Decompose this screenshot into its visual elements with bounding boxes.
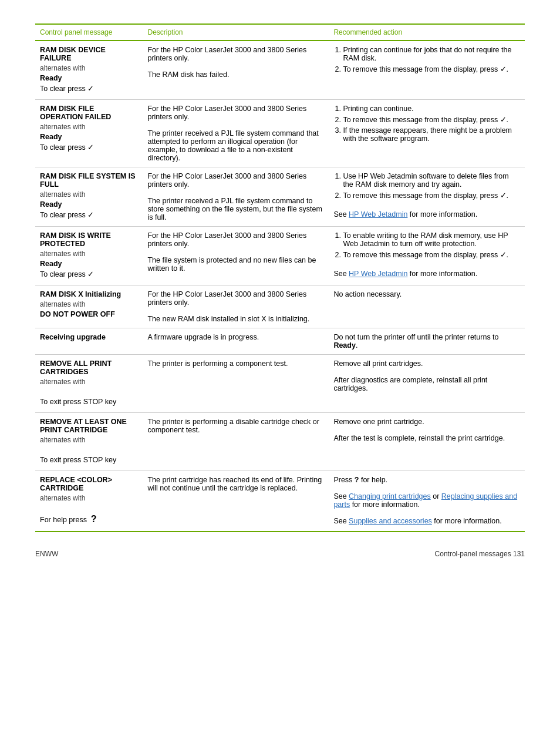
message-title: REMOVE AT LEAST ONE PRINT CARTRIDGE — [40, 418, 138, 434]
action-text: Remove one print cartridge. — [333, 418, 520, 426]
clear-press-label: To clear press ✓ — [40, 210, 138, 219]
clear-press-label: To clear press ✓ — [40, 84, 138, 93]
alternates-label: alternates with — [40, 250, 138, 258]
action-item: If the message reappears, there might be… — [343, 126, 520, 143]
hp-web-jetadmin-link2[interactable]: HP Web Jetadmin — [349, 270, 407, 278]
action-item: To remove this message from the display,… — [343, 191, 520, 200]
description: For the HP Color LaserJet 3000 and 3800 … — [147, 105, 324, 121]
description-detail: The file system is protected and no new … — [147, 256, 324, 273]
ready-label: Ready — [40, 74, 138, 82]
header-col1: Control panel message — [35, 24, 143, 41]
action-item: To remove this message from the display,… — [343, 250, 520, 259]
alternates-label: alternates with — [40, 190, 138, 199]
message-title: RAM DISK FILE SYSTEM IS FULL — [40, 172, 138, 189]
action-text: Do not turn the printer off until the pr… — [333, 333, 520, 350]
supplies-accessories-link[interactable]: Supplies and accessories — [349, 517, 432, 525]
message-title: REMOVE ALL PRINT CARTRIDGES — [40, 359, 138, 376]
action-item: Printing can continue. — [343, 105, 520, 113]
action-text3: See Supplies and accessories for more in… — [333, 517, 520, 525]
description-detail: The printer received a PJL file system c… — [147, 129, 324, 162]
description: A firmware upgrade is in progress. — [147, 333, 324, 341]
description-detail: The printer received a PJL file system c… — [147, 197, 324, 221]
action-item: Use HP Web Jetadmin software to delete f… — [343, 172, 520, 189]
alternates-label: alternates with — [40, 436, 138, 444]
changing-print-cartridges-link[interactable]: Changing print cartridges — [349, 492, 431, 500]
ready-label: Ready — [40, 260, 138, 268]
alternates-label: alternates with — [40, 64, 138, 72]
message-title: RAM DISK FILE OPERATION FAILED — [40, 105, 138, 121]
table-row: RAM DISK FILE SYSTEM IS FULL alternates … — [35, 167, 525, 227]
description-detail: The RAM disk has failed. — [147, 70, 324, 79]
clear-press-label: To exit press STOP key — [40, 456, 138, 464]
action-item: To remove this message from the display,… — [343, 115, 520, 124]
clear-press-label: To exit press STOP key — [40, 398, 138, 406]
action-text2: After diagnostics are complete, reinstal… — [333, 376, 520, 392]
footer-right: Control-panel messages 131 — [435, 550, 525, 558]
message-title: RAM DISK IS WRITE PROTECTED — [40, 231, 138, 248]
description: The printer is performing a disable cart… — [147, 418, 324, 434]
header-col3: Recommended action — [329, 24, 525, 41]
table-row: Receiving upgrade A firmware upgrade is … — [35, 328, 525, 355]
message-title: Receiving upgrade — [40, 333, 138, 341]
hp-web-jetadmin-link[interactable]: HP Web Jetadmin — [349, 210, 407, 219]
ready-label: Ready — [40, 133, 138, 141]
alternates-label: alternates with — [40, 378, 138, 386]
action-text2: After the test is complete, reinstall th… — [333, 434, 520, 442]
footer-left: ENWW — [35, 550, 58, 558]
for-help-label: For help press ? — [40, 514, 138, 525]
action-item: Printing can continue for jobs that do n… — [343, 46, 520, 62]
clear-press-label: To clear press ✓ — [40, 143, 138, 152]
extra-info: See HP Web Jetadmin for more information… — [333, 210, 520, 219]
action-text2: See Changing print cartridges or Replaci… — [333, 492, 520, 509]
action-text: Remove all print cartridges. — [333, 359, 520, 368]
extra-info: See HP Web Jetadmin for more information… — [333, 270, 520, 278]
alternates-label: alternates with — [40, 494, 138, 502]
sub-message: DO NOT POWER OFF — [40, 310, 138, 318]
table-row: REMOVE ALL PRINT CARTRIDGES alternates w… — [35, 355, 525, 413]
table-row: RAM DISK FILE OPERATION FAILED alternate… — [35, 100, 525, 167]
clear-press-label: To clear press ✓ — [40, 270, 138, 278]
question-mark-icon: ? — [91, 514, 97, 524]
table-row: RAM DISK X Initializing alternates with … — [35, 285, 525, 328]
ready-label: Ready — [40, 200, 138, 209]
action-text: No action necessary. — [333, 290, 520, 298]
message-title: RAM DISK DEVICE FAILURE — [40, 46, 138, 62]
message-title: REPLACE <COLOR> CARTRIDGE — [40, 476, 138, 492]
description: The print cartridge has reached its end … — [147, 476, 324, 492]
description: For the HP Color LaserJet 3000 and 3800 … — [147, 172, 324, 189]
header-col2: Description — [143, 24, 329, 41]
action-item: To remove this message from the display,… — [343, 65, 520, 73]
description: The printer is performing a component te… — [147, 359, 324, 368]
description: For the HP Color LaserJet 3000 and 3800 … — [147, 46, 324, 62]
description: For the HP Color LaserJet 3000 and 3800 … — [147, 231, 324, 248]
table-row: REMOVE AT LEAST ONE PRINT CARTRIDGE alte… — [35, 413, 525, 471]
action-item: To enable writing to the RAM disk memory… — [343, 231, 520, 248]
table-row: REPLACE <COLOR> CARTRIDGE alternates wit… — [35, 471, 525, 532]
description-detail: The new RAM disk installed in slot X is … — [147, 315, 324, 323]
alternates-label: alternates with — [40, 123, 138, 131]
table-row: RAM DISK DEVICE FAILURE alternates with … — [35, 41, 525, 100]
table-row: RAM DISK IS WRITE PROTECTED alternates w… — [35, 227, 525, 285]
message-title: RAM DISK X Initializing — [40, 290, 138, 298]
alternates-label: alternates with — [40, 300, 138, 308]
action-text: Press ? for help. — [333, 476, 520, 484]
description: For the HP Color LaserJet 3000 and 3800 … — [147, 290, 324, 307]
